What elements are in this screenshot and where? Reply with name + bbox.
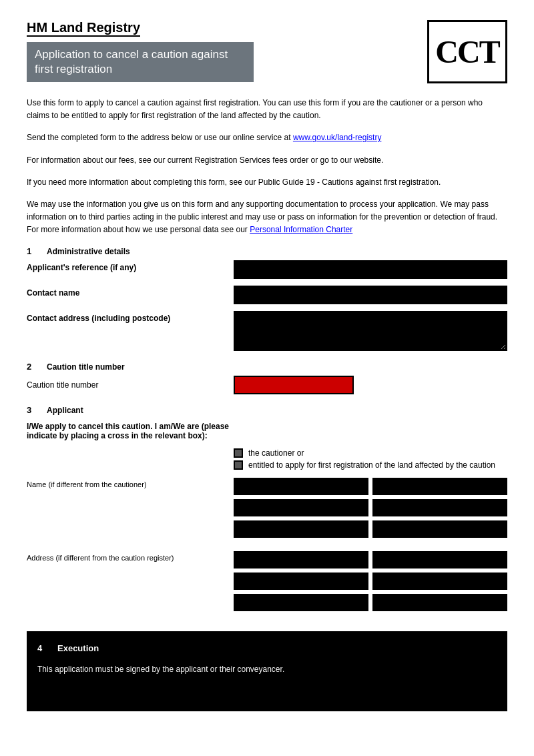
section4-header: 4 Execution [37,642,497,660]
checkbox-row-2: entitled to apply for first registration… [234,460,507,470]
form-title: Application to cancel a caution against … [27,42,254,82]
name-fields-row: Name (if different from the cautioner) [27,478,507,544]
section3-number: 3 [27,405,47,415]
page: HM Land Registry Application to cancel a… [0,0,534,756]
caution-title-row: Caution title number [27,376,507,394]
section2-number: 2 [27,362,47,372]
header: HM Land Registry Application to cancel a… [27,20,507,83]
applicant-ref-row: Applicant's reference (if any) [27,260,507,279]
section1-number: 1 [27,246,47,256]
address-input-4[interactable] [372,573,507,590]
address-label: Address (if different from the caution r… [27,551,234,562]
intro-para5: We may use the information you give us o… [27,198,507,237]
intro-para1: Use this form to apply to cancel a cauti… [27,97,507,122]
intro-para2-text: Send the completed form to the address b… [27,133,291,142]
name-input-6[interactable] [372,520,507,538]
address-input-3[interactable] [234,573,368,590]
checkbox-row-1: the cautioner or [234,448,507,458]
section3-title: Applicant [47,406,83,415]
section4-description: This application must be signed by the a… [37,663,497,676]
contact-address-label: Contact address (including postcode) [27,311,234,323]
address-grid [234,551,507,611]
section1: 1 Administrative details Applicant's ref… [27,246,507,351]
contact-address-row: Contact address (including postcode) [27,311,507,351]
name-label: Name (if different from the cautioner) [27,478,234,488]
section3-desc-row: I/We apply to cancel this caution. I am/… [27,419,507,440]
org-name: HM Land Registry [27,20,140,37]
section2-title: Caution title number [47,362,125,372]
checkbox-section: the cautioner or entitled to apply for f… [27,448,507,470]
name-input-5[interactable] [234,520,368,538]
section2: 2 Caution title number Caution title num… [27,362,507,394]
caution-title-input[interactable] [234,376,354,394]
section3: 3 Applicant I/We apply to cancel this ca… [27,405,507,618]
section4-title: Execution [57,642,99,656]
caution-title-label: Caution title number [27,380,234,390]
section1-header: 1 Administrative details [27,246,507,256]
section1-title: Administrative details [47,247,130,256]
section3-header: 3 Applicant [27,405,507,415]
intro-para2: Send the completed form to the address b… [27,131,507,144]
intro-para4: If you need more information about compl… [27,176,507,189]
checkbox-entitled[interactable] [234,460,243,470]
name-input-1[interactable] [234,478,368,495]
checkbox-cautioner[interactable] [234,448,243,458]
contact-name-input[interactable] [234,286,507,304]
address-input-6[interactable] [372,594,507,611]
name-grid [234,478,507,538]
section4-number: 4 [37,642,57,656]
address-input-1[interactable] [234,551,368,569]
personal-info-link[interactable]: Personal Information Charter [250,225,352,234]
applicant-ref-label: Applicant's reference (if any) [27,260,234,272]
header-left: HM Land Registry Application to cancel a… [27,20,427,82]
contact-name-row: Contact name [27,286,507,304]
checkbox-cautioner-label: the cautioner or [248,448,304,458]
checkbox-entitled-label: entitled to apply for first registration… [248,460,495,470]
address-fields-row: Address (if different from the caution r… [27,551,507,618]
contact-name-label: Contact name [27,286,234,298]
cct-logo: CCT [427,20,507,83]
name-input-2[interactable] [372,478,507,495]
section2-header: 2 Caution title number [27,362,507,372]
website-link[interactable]: www.gov.uk/land-registry [293,133,382,142]
contact-address-input[interactable] [234,311,507,351]
intro-para3: For information about our fees, see our … [27,154,507,167]
applicant-ref-input[interactable] [234,260,507,279]
intro-section: Use this form to apply to cancel a cauti… [27,97,507,237]
section3-desc: I/We apply to cancel this caution. I am/… [27,419,234,440]
name-input-4[interactable] [372,499,507,516]
address-input-2[interactable] [372,551,507,569]
name-input-3[interactable] [234,499,368,516]
section4: 4 Execution This application must be sig… [27,631,507,711]
address-input-5[interactable] [234,594,368,611]
